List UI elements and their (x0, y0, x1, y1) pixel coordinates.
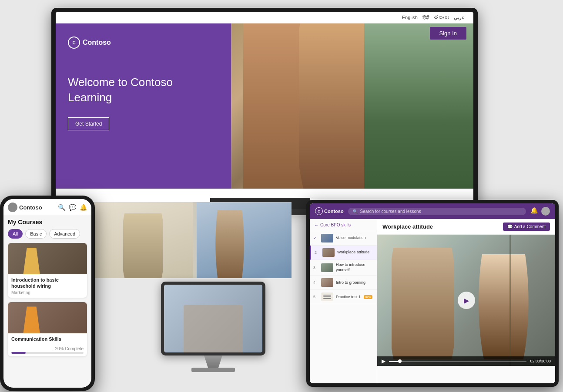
hero-title: Welcome to Contoso Learning (68, 75, 218, 105)
lesson-1-label: Voice modulation (336, 236, 366, 241)
filter-all-button[interactable]: All (8, 229, 23, 239)
lang-telugu[interactable]: తెలుగు (434, 15, 449, 20)
check-line-1 (323, 295, 331, 296)
lesson-item-2[interactable]: 2 Workplace attitude (310, 246, 377, 260)
lesson-item-4[interactable]: 4 Intro to grooming (310, 276, 377, 290)
phone-device: Contoso 🔍 💬 🔔 My Courses All Basic Advan… (0, 196, 95, 391)
user-avatar-icon[interactable] (541, 207, 550, 216)
lang-arabic[interactable]: عربي (454, 15, 465, 20)
logo-text: Contoso (83, 39, 111, 47)
course-2-title: Communication Skills (11, 336, 84, 342)
notification-icon[interactable]: 🔔 (530, 207, 538, 216)
course-1-image (8, 243, 87, 274)
phone-header: Contoso 🔍 💬 🔔 (3, 199, 91, 215)
back-arrow-icon: ← (314, 223, 318, 227)
sign-in-button[interactable]: Sign In (430, 27, 466, 40)
tablet-stand-base (191, 368, 235, 372)
photo-person (123, 213, 163, 278)
course-card-2[interactable]: Communication Skills 20% Complete (8, 302, 87, 356)
tablet-topbar: C Contoso 🔍 Search for courses and lesso… (310, 203, 555, 219)
desktop-monitor: English हिंदी తెలుగు عربي C Contoso Welc… (51, 8, 478, 208)
desktop-screen: English हिंदी తెలుగు عربي C Contoso Welc… (56, 12, 473, 203)
get-started-button[interactable]: Get Started (68, 117, 109, 130)
tablet-surface (184, 305, 243, 352)
lesson-2-label: Workplace attitude (337, 250, 369, 255)
tablet-stand-bar (200, 355, 226, 368)
video-person-1 (392, 248, 454, 359)
video-person-2 (479, 254, 529, 359)
photo-person-2 (215, 210, 244, 279)
hero-right-panel: Sign In (231, 23, 473, 189)
progress-fill (11, 352, 26, 354)
center-tablet-image (164, 285, 262, 352)
lesson-3-thumb (321, 263, 333, 272)
tablet-logo-circle: C (315, 207, 323, 215)
photo-right (197, 202, 292, 278)
phone-content: My Courses All Basic Advanced Introducti… (3, 215, 91, 364)
lesson-4-num: 4 (313, 280, 318, 285)
language-bar: English हिंदी తెలుగు عربي (56, 12, 473, 23)
lesson-4-thumb (321, 278, 333, 287)
search-icon[interactable]: 🔍 (58, 204, 65, 211)
photo-strip (94, 202, 292, 278)
worker-silhouette (20, 248, 44, 274)
filter-row: All Basic Advanced (8, 229, 87, 239)
comment-btn-label: Add a Comment (514, 224, 546, 229)
center-tablet-screen (164, 285, 262, 352)
course-card-1[interactable]: Introduction to basic household wiring M… (8, 243, 87, 298)
tablet-body: ← Core BPO skills ✓ Voice modulation 2 W… (310, 219, 555, 383)
sidebar-back-button[interactable]: ← Core BPO skills (310, 219, 377, 231)
comment-icon: 💬 (507, 224, 513, 229)
filter-advanced-button[interactable]: Advanced (49, 229, 80, 239)
message-icon[interactable]: 💬 (69, 204, 76, 211)
lesson-5-thumb (321, 292, 333, 301)
progress-label: 20% Complete (11, 346, 84, 351)
course-1-title: Introduction to basic household wiring (11, 277, 84, 289)
desktop-logo: C Contoso (68, 37, 218, 49)
lesson-item-1[interactable]: ✓ Voice modulation (310, 231, 377, 246)
video-timestamp: 02:03/36:00 (530, 359, 551, 363)
door-frame (509, 235, 511, 366)
search-placeholder: Search for courses and lessons (360, 209, 421, 214)
tablet-topbar-icons: 🔔 (530, 207, 550, 216)
lesson-1-check: ✓ (313, 236, 318, 240)
tablet-search-bar[interactable]: 🔍 Search for courses and lessons (348, 208, 526, 215)
lesson-item-5[interactable]: 5 Practice test 1 new (310, 290, 377, 304)
progress-bar (11, 352, 84, 354)
check-line-2 (323, 296, 331, 297)
add-comment-button[interactable]: 💬 Add a Comment (503, 223, 550, 231)
tablet-logo-text: Contoso (324, 209, 344, 214)
lang-english[interactable]: English (402, 15, 418, 20)
new-badge: new (364, 295, 373, 299)
lesson-5-label: Practice test 1 new (336, 295, 372, 300)
video-area: ▶ ▶ 02:03/36:00 (377, 235, 555, 366)
lesson-3-num: 3 (313, 266, 318, 270)
lesson-2-num: 2 (315, 250, 320, 255)
lesson-item-3[interactable]: 3 How to introduce yourself (310, 260, 377, 276)
filter-basic-button[interactable]: Basic (25, 229, 47, 239)
play-ctrl-icon[interactable]: ▶ (382, 358, 385, 364)
logo-circle: C (68, 37, 80, 49)
course-1-info: Introduction to basic household wiring M… (8, 274, 87, 298)
video-progress-bar[interactable] (389, 361, 526, 362)
bell-icon[interactable]: 🔔 (80, 204, 87, 211)
my-courses-title: My Courses (8, 219, 87, 226)
progress-wrap: 20% Complete (8, 345, 87, 356)
hero-section: C Contoso Welcome to Contoso Learning Ge… (56, 23, 473, 189)
comments-bar (377, 366, 555, 383)
tablet-main-header: Workplace attitude 💬 Add a Comment (377, 219, 555, 235)
lang-hindi[interactable]: हिंदी (422, 15, 429, 20)
phone-screen: Contoso 🔍 💬 🔔 My Courses All Basic Advan… (3, 199, 91, 388)
center-tablet-frame (161, 282, 265, 355)
lesson-2-thumb (322, 248, 335, 257)
photo-left (94, 202, 193, 278)
search-icon: 🔍 (352, 209, 358, 214)
phone-logo-area: Contoso (8, 203, 42, 212)
lesson-4-label: Intro to grooming (336, 280, 365, 286)
hero-person-right (364, 23, 473, 189)
worker-silhouette-2 (20, 306, 44, 333)
hero-photo (231, 23, 473, 189)
play-button[interactable]: ▶ (458, 292, 475, 309)
course-2-info: Communication Skills (8, 333, 87, 345)
video-title: Workplace attitude (382, 223, 433, 230)
